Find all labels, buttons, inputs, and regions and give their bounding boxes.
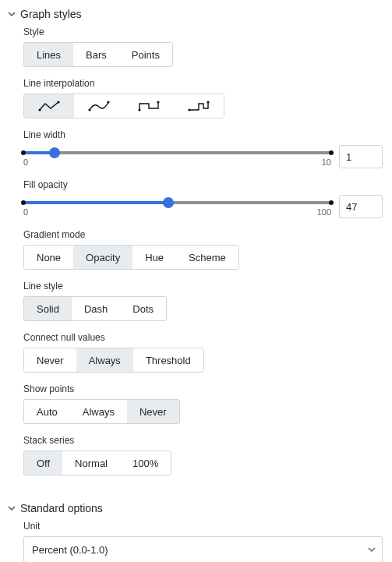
unit-select[interactable]: Percent (0.0-1.0) <box>23 536 383 562</box>
standard-options-section: Standard options Unit Percent (0.0-1.0) <box>0 494 392 562</box>
gradient-mode-field: Gradient mode None Opacity Hue Scheme <box>23 229 383 270</box>
svg-point-2 <box>88 108 90 111</box>
connect-null-threshold[interactable]: Threshold <box>133 348 203 372</box>
fill-opacity-field: Fill opacity 0 100 <box>23 179 383 218</box>
fill-opacity-min: 0 <box>23 207 28 217</box>
style-button-group: Lines Bars Points <box>23 42 173 67</box>
show-points-label: Show points <box>23 384 383 394</box>
interpolation-linear-icon[interactable] <box>24 94 74 118</box>
svg-point-6 <box>188 108 190 111</box>
svg-point-1 <box>57 101 59 103</box>
section-title: Graph styles <box>20 8 82 20</box>
fill-opacity-max: 100 <box>317 207 331 217</box>
line-width-field: Line width 0 10 <box>23 129 383 168</box>
section-title: Standard options <box>20 502 103 514</box>
connect-null-label: Connect null values <box>23 332 383 343</box>
connect-null-field: Connect null values Never Always Thresho… <box>23 332 383 373</box>
show-points-never[interactable]: Never <box>127 400 179 423</box>
line-width-slider[interactable]: 0 10 <box>23 147 331 167</box>
fill-opacity-thumb[interactable] <box>163 197 174 208</box>
gradient-mode-hue[interactable]: Hue <box>132 246 176 269</box>
style-option-bars[interactable]: Bars <box>73 43 119 66</box>
fill-opacity-label: Fill opacity <box>23 179 383 190</box>
line-style-field: Line style Solid Dash Dots <box>23 281 383 321</box>
line-interpolation-field: Line interpolation <box>23 78 383 118</box>
line-interpolation-label: Line interpolation <box>23 78 383 89</box>
connect-null-button-group: Never Always Threshold <box>23 348 204 373</box>
graph-styles-body: Style Lines Bars Points Line interpolati… <box>0 27 392 475</box>
unit-select-value: Percent (0.0-1.0) <box>32 544 108 556</box>
svg-point-7 <box>207 101 209 103</box>
stack-series-field: Stack series Off Normal 100% <box>23 435 383 475</box>
chevron-down-icon <box>368 546 376 553</box>
standard-options-header[interactable]: Standard options <box>0 499 392 521</box>
svg-point-4 <box>138 108 140 111</box>
line-width-thumb[interactable] <box>49 147 60 158</box>
show-points-auto[interactable]: Auto <box>24 400 70 423</box>
gradient-mode-button-group: None Opacity Hue Scheme <box>23 245 239 270</box>
line-width-label: Line width <box>23 129 383 140</box>
stack-series-off[interactable]: Off <box>24 451 62 475</box>
interpolation-smooth-icon[interactable] <box>74 94 124 118</box>
style-field: Style Lines Bars Points <box>23 27 383 67</box>
graph-styles-header[interactable]: Graph styles <box>0 5 392 27</box>
interpolation-step-after-icon[interactable] <box>174 94 224 118</box>
stack-series-100[interactable]: 100% <box>120 451 171 475</box>
chevron-down-icon <box>8 504 16 512</box>
line-style-dots[interactable]: Dots <box>120 297 166 320</box>
svg-point-5 <box>157 101 159 103</box>
line-width-input[interactable] <box>339 145 383 168</box>
gradient-mode-none[interactable]: None <box>24 246 73 269</box>
unit-label: Unit <box>23 521 383 532</box>
gradient-mode-opacity[interactable]: Opacity <box>73 246 132 269</box>
fill-opacity-input[interactable] <box>339 195 383 218</box>
line-width-max: 10 <box>322 157 331 167</box>
stack-series-normal[interactable]: Normal <box>62 451 120 475</box>
graph-styles-section: Graph styles Style Lines Bars Points Lin… <box>0 0 392 494</box>
svg-point-0 <box>38 108 41 111</box>
line-style-dash[interactable]: Dash <box>72 297 120 320</box>
stack-series-label: Stack series <box>23 435 383 446</box>
chevron-down-icon <box>8 10 16 18</box>
show-points-always[interactable]: Always <box>70 400 127 423</box>
line-style-label: Line style <box>23 281 383 292</box>
stack-series-button-group: Off Normal 100% <box>23 451 171 475</box>
fill-opacity-slider[interactable]: 0 100 <box>23 196 331 217</box>
line-width-min: 0 <box>23 157 28 167</box>
style-label: Style <box>23 27 383 37</box>
svg-point-3 <box>107 101 109 103</box>
unit-field: Unit Percent (0.0-1.0) <box>23 521 383 562</box>
connect-null-always[interactable]: Always <box>76 348 133 372</box>
interpolation-step-before-icon[interactable] <box>124 94 174 118</box>
gradient-mode-scheme[interactable]: Scheme <box>176 246 238 269</box>
line-style-button-group: Solid Dash Dots <box>23 296 167 321</box>
style-option-lines[interactable]: Lines <box>24 43 73 66</box>
standard-options-body: Unit Percent (0.0-1.0) <box>0 521 392 562</box>
gradient-mode-label: Gradient mode <box>23 229 383 240</box>
line-style-solid[interactable]: Solid <box>24 297 72 320</box>
connect-null-never[interactable]: Never <box>24 348 76 372</box>
line-interpolation-button-group <box>23 94 224 118</box>
show-points-field: Show points Auto Always Never <box>23 384 383 424</box>
style-option-points[interactable]: Points <box>119 43 172 66</box>
show-points-button-group: Auto Always Never <box>23 399 180 424</box>
